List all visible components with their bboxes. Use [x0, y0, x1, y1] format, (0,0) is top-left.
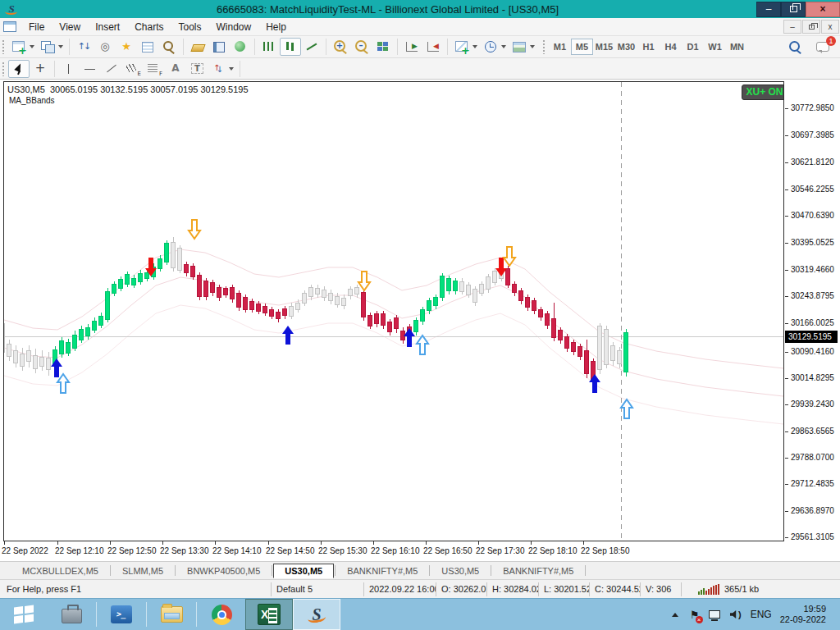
menu-help[interactable]: Help — [258, 18, 294, 36]
taskbar-server-manager[interactable] — [48, 599, 95, 630]
close-button[interactable]: × — [806, 2, 840, 17]
candle-body — [185, 264, 189, 272]
dropdown-caret[interactable] — [501, 45, 506, 48]
new-order-button[interactable] — [187, 38, 208, 56]
menu-file[interactable]: File — [21, 18, 52, 36]
market-watch-button[interactable] — [73, 38, 94, 56]
templates-button[interactable] — [509, 38, 537, 56]
new-chart-button[interactable] — [8, 38, 37, 56]
dropdown-caret[interactable] — [530, 45, 535, 48]
chart-shift-button[interactable] — [422, 38, 444, 56]
timeframe-h1[interactable]: H1 — [637, 39, 660, 55]
bar-chart-button[interactable] — [258, 38, 280, 56]
candlestick-chart[interactable] — [4, 82, 783, 541]
tile-windows-button[interactable] — [372, 38, 394, 56]
buy-confirm-arrow — [57, 374, 69, 393]
horizontal-line-button[interactable] — [80, 60, 101, 78]
search-button[interactable] — [784, 38, 806, 56]
taskbar-powershell[interactable] — [98, 599, 145, 630]
candle-body — [480, 284, 484, 293]
timeframe-m5[interactable]: M5 — [571, 39, 593, 55]
tab-slmm-m5[interactable]: SLMM,M5 — [112, 564, 174, 578]
mdi-minimize-button[interactable]: – — [783, 20, 801, 34]
vertical-line-button[interactable] — [58, 60, 80, 78]
tab-mcxbulldex-m5[interactable]: MCXBULLDEX,M5 — [11, 564, 109, 578]
menu-window[interactable]: Window — [209, 18, 259, 36]
start-button[interactable] — [0, 599, 48, 630]
xu-overlay-button[interactable]: XU+ ON — [742, 84, 784, 100]
candle-body — [139, 273, 143, 281]
language-indicator[interactable]: ENG — [744, 609, 778, 620]
menu-tools[interactable]: Tools — [171, 18, 209, 36]
trendline-button[interactable] — [101, 60, 122, 78]
timeframe-d1[interactable]: D1 — [682, 39, 704, 55]
taskbar-file-explorer[interactable] — [148, 599, 195, 630]
action-center-flag-icon[interactable] — [685, 599, 705, 630]
price-axis[interactable]: 30772.985030697.398530621.812030546.2255… — [785, 81, 840, 541]
tab-us30-m5[interactable]: US30,M5 — [431, 564, 490, 578]
status-template[interactable]: Default 5 — [271, 582, 363, 596]
menu-view[interactable]: View — [52, 18, 88, 36]
volume-icon[interactable] — [724, 599, 744, 630]
dropdown-caret[interactable] — [58, 45, 63, 48]
crosshair-button[interactable] — [30, 60, 51, 78]
dropdown-caret[interactable] — [472, 45, 477, 48]
dropdown-caret[interactable] — [229, 67, 234, 71]
metaeditor-button[interactable] — [208, 38, 230, 56]
price-tick-label: 30090.4160 — [785, 346, 834, 358]
auto-scroll-button[interactable] — [401, 38, 422, 56]
toolbar-grip[interactable] — [2, 39, 6, 54]
equidistant-channel-button[interactable] — [122, 60, 144, 78]
timeframe-m30[interactable]: M30 — [615, 39, 637, 55]
zoom-in-button[interactable] — [330, 38, 351, 56]
candlestick-chart-button[interactable] — [280, 38, 301, 56]
zoom-out-button[interactable] — [351, 38, 372, 56]
status-help: For Help, press F1 — [0, 582, 271, 596]
fibonacci-retracement-button[interactable] — [144, 60, 165, 78]
crosshair-target-button[interactable] — [94, 38, 116, 56]
candle-body — [283, 308, 287, 315]
taskbar-excel[interactable] — [245, 599, 293, 630]
restore-button[interactable] — [781, 2, 806, 17]
timeframe-m1[interactable]: M1 — [549, 39, 571, 55]
mdi-close-button[interactable]: x — [821, 20, 839, 34]
timeframe-w1[interactable]: W1 — [704, 39, 726, 55]
menu-insert[interactable]: Insert — [88, 18, 127, 36]
menu-charts[interactable]: Charts — [127, 18, 171, 36]
chat-button[interactable]: 1 — [812, 38, 833, 56]
strategy-tester-button[interactable] — [158, 38, 180, 56]
chart-plot-area[interactable]: US30,M5 30065.0195 30132.5195 30057.0195… — [3, 81, 784, 541]
data-window-button[interactable] — [137, 38, 158, 56]
timeframe-h4[interactable]: H4 — [660, 39, 682, 55]
drawing-toolbar-grip[interactable] — [2, 62, 6, 76]
cursor-button[interactable] — [8, 60, 30, 78]
periods-button[interactable] — [480, 38, 509, 56]
taskbar-chrome[interactable] — [198, 599, 245, 630]
timeframe-mn[interactable]: MN — [726, 39, 748, 55]
profiles-button[interactable] — [37, 38, 66, 56]
tab-us30-m5[interactable]: US30,M5 — [273, 564, 334, 578]
tab-bnwkp40500-m5[interactable]: BNWKP40500,M5 — [176, 564, 271, 578]
buy-confirm-arrow — [417, 336, 428, 354]
taskbar-trading-terminal[interactable]: S — [293, 599, 340, 630]
mdi-restore-button[interactable] — [802, 20, 820, 34]
network-icon[interactable] — [705, 599, 724, 630]
favorites-button[interactable] — [116, 38, 137, 56]
tab-banknifty-m5[interactable]: BANKNIFTY#,M5 — [492, 564, 584, 578]
timeframe-toolbar-grip[interactable] — [542, 39, 546, 54]
tab-banknifty-m5[interactable]: BANKNIFTY#,M5 — [336, 564, 428, 578]
timeframe-m15[interactable]: M15 — [593, 39, 615, 55]
tray-clock[interactable]: 19:59 22-09-2022 — [778, 604, 834, 625]
autotrading-button[interactable] — [230, 38, 251, 56]
line-chart-button[interactable] — [301, 38, 322, 56]
tray-show-hidden-icons[interactable] — [665, 599, 685, 630]
arrows-button[interactable] — [208, 60, 236, 78]
file-explorer-icon — [161, 606, 183, 623]
dropdown-caret[interactable] — [30, 45, 34, 48]
minimize-button[interactable]: – — [756, 2, 781, 17]
indicators-button[interactable] — [451, 38, 480, 56]
text-button[interactable] — [165, 60, 186, 78]
text-label-button[interactable] — [186, 60, 208, 78]
candle-body — [237, 293, 241, 307]
time-axis[interactable]: 22 Sep 202222 Sep 12:1022 Sep 12:5022 Se… — [3, 543, 840, 559]
